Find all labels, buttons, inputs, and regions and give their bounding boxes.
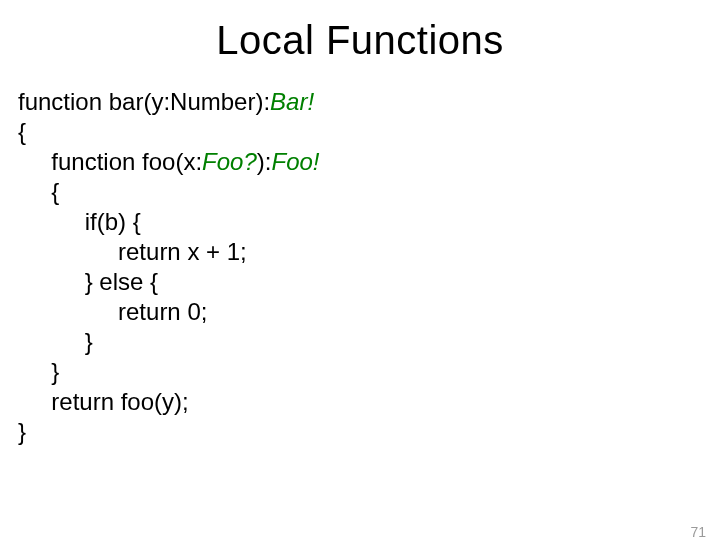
code-line-2: { [18, 118, 26, 145]
code-line-11: return foo(y); [18, 388, 189, 415]
code-type-bar: Bar! [270, 88, 314, 115]
code-block: function bar(y:Number):Bar! { function f… [0, 87, 720, 447]
code-line-1a: function bar(y:Number): [18, 88, 270, 115]
code-line-7: } else { [18, 268, 158, 295]
code-line-8: return 0; [18, 298, 207, 325]
code-line-3a: function foo(x: [18, 148, 202, 175]
code-line-4: { [18, 178, 59, 205]
page-number: 71 [690, 524, 706, 540]
slide-title: Local Functions [0, 18, 720, 63]
code-line-3c: ): [257, 148, 272, 175]
code-type-foo-ret: Foo! [271, 148, 319, 175]
code-line-6: return x + 1; [18, 238, 247, 265]
code-type-foo-param: Foo? [202, 148, 257, 175]
slide: Local Functions function bar(y:Number):B… [0, 18, 720, 540]
code-line-10: } [18, 358, 59, 385]
code-line-9: } [18, 328, 93, 355]
code-line-5: if(b) { [18, 208, 141, 235]
code-line-12: } [18, 418, 26, 445]
